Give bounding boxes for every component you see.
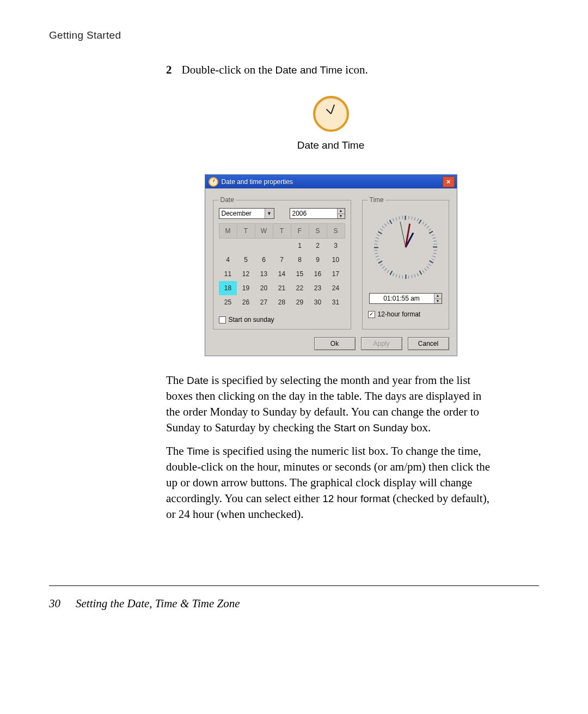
time-legend: Time [368,196,385,204]
apply-button[interactable]: Apply [361,337,402,350]
step-row: 2 Double-click on the Date and Time icon… [166,62,495,77]
calendar-day[interactable]: 29 [291,295,309,309]
calendar-dow: S [309,224,327,239]
calendar-dow: W [255,224,273,239]
p2-ui-time: Time [187,446,210,457]
calendar-day[interactable]: 25 [219,295,237,309]
start-sunday-checkbox[interactable]: Start on sunday [219,316,345,324]
p1-ui-date: Date [187,375,209,386]
calendar-day[interactable]: 23 [309,281,327,295]
calendar-day[interactable]: 1 [291,239,309,253]
step-text-a: Double-click on the [182,63,275,76]
calendar-day[interactable]: 12 [237,267,255,281]
calendar-day[interactable]: 6 [255,253,273,267]
spin-down-icon: ▼ [337,213,345,219]
calendar-day [273,239,291,253]
calendar-day[interactable]: 28 [273,295,291,309]
time-input[interactable]: 01:01:55 am ▲▼ [369,293,442,304]
checkbox-box [219,316,226,324]
calendar-table[interactable]: MTWTFSS123456789101112131415161718192021… [219,223,345,309]
calendar-dow: M [219,224,237,239]
calendar-day [237,239,255,253]
calendar-day[interactable]: 9 [309,253,327,267]
footer-title: Setting the Date, Time & Time Zone [76,597,240,610]
step-text-b: icon. [342,63,368,76]
analog-clock [373,215,438,280]
page-number: 30 [49,597,60,610]
calendar-day[interactable]: 21 [273,281,291,295]
time-spinner[interactable]: ▲▼ [434,294,442,303]
month-value: December [219,210,265,217]
year-input[interactable]: 2006 ▲▼ [290,208,345,219]
calendar-day[interactable]: 8 [291,253,309,267]
step-text: Double-click on the Date and Time icon. [182,62,368,77]
time-fieldset: Time 01:01:55 am ▲▼ ✓ 12-hour form [362,196,449,329]
step-number: 2 [166,62,172,77]
calendar-day[interactable]: 4 [219,253,237,267]
checkbox-box: ✓ [368,311,375,318]
calendar-day[interactable]: 17 [327,267,345,281]
year-spinner[interactable]: ▲▼ [337,209,345,218]
date-legend: Date [219,196,236,204]
spin-up-icon: ▲ [434,294,442,298]
cancel-label: Cancel [418,340,438,347]
date-time-dialog: Date and time properties × Date December… [205,174,457,356]
dialog-titlebar: Date and time properties × [205,175,457,188]
calendar-day[interactable]: 7 [273,253,291,267]
spin-up-icon: ▲ [337,209,345,213]
year-value: 2006 [290,209,337,218]
calendar-day[interactable]: 13 [255,267,273,281]
clock-icon [313,96,349,132]
date-time-icon-block: Date and Time [166,96,495,151]
calendar-day[interactable]: 18 [219,281,237,295]
chevron-down-icon: ▼ [265,209,274,218]
calendar-day[interactable]: 3 [327,239,345,253]
twelve-hour-label: 12-hour format [378,310,421,318]
date-fieldset: Date December ▼ 2006 ▲▼ MTWTFSS1234567 [213,196,351,329]
paragraph-date: The Date is specified by selecting the m… [166,373,495,436]
calendar-day[interactable]: 15 [291,267,309,281]
close-icon: × [446,178,451,186]
calendar-day[interactable]: 20 [255,281,273,295]
paragraph-time: The Time is specified using the numeric … [166,443,495,522]
twelve-hour-checkbox[interactable]: ✓ 12-hour format [368,310,443,318]
calendar-day[interactable]: 11 [219,267,237,281]
cancel-button[interactable]: Cancel [408,337,449,350]
p1a: The [166,374,187,387]
calendar-day[interactable]: 24 [327,281,345,295]
dialog-title: Date and time properties [222,178,443,186]
titlebar-clock-icon [209,177,218,187]
footer-rule [49,585,539,586]
calendar-day[interactable]: 31 [327,295,345,309]
ok-button[interactable]: Ok [314,337,356,350]
calendar-day[interactable]: 27 [255,295,273,309]
calendar-day[interactable]: 30 [309,295,327,309]
calendar-dow: T [273,224,291,239]
section-header: Getting Started [49,29,539,41]
calendar-day[interactable]: 16 [309,267,327,281]
page-footer: 30Setting the Date, Time & Time Zone [49,597,240,611]
calendar-day [219,239,237,253]
calendar-day[interactable]: 2 [309,239,327,253]
icon-caption: Date and Time [166,139,495,151]
spin-down-icon: ▼ [434,298,442,304]
start-sunday-label: Start on sunday [229,316,274,324]
calendar-day [255,239,273,253]
calendar-day[interactable]: 26 [237,295,255,309]
calendar-day[interactable]: 10 [327,253,345,267]
p1b: is specified by selecting the month and … [166,374,481,434]
calendar-dow: S [327,224,345,239]
p2a: The [166,444,187,457]
p1-ui-start-sunday: Start on Sunday [334,422,408,434]
close-button[interactable]: × [443,176,455,187]
month-select[interactable]: December ▼ [219,208,274,219]
calendar-dow: F [291,224,309,239]
time-value: 01:01:55 am [370,294,434,303]
calendar-day[interactable]: 19 [237,281,255,295]
calendar-day[interactable]: 22 [291,281,309,295]
calendar-day[interactable]: 5 [237,253,255,267]
step-ui-label: Date and Time [275,64,343,76]
p1c: box. [408,421,431,434]
ok-label: Ok [330,340,339,347]
calendar-day[interactable]: 14 [273,267,291,281]
